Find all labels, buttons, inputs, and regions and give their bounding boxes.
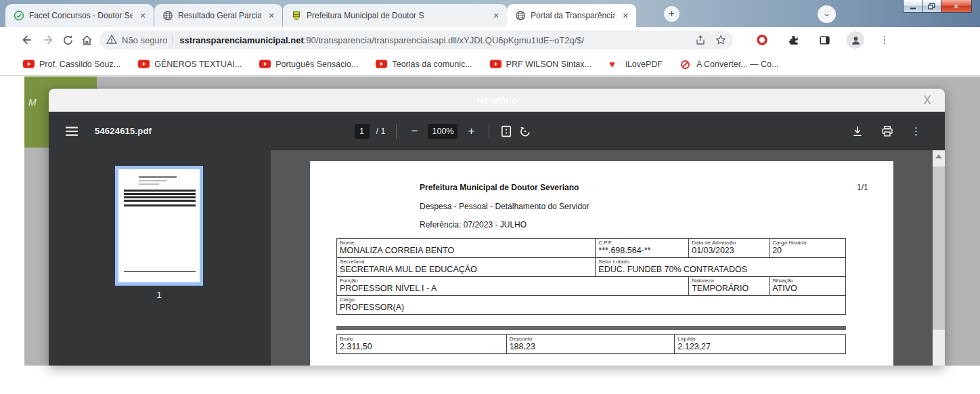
bookmarks-bar: Prof. Cassildo Souz... GÊNEROS TEXTUAI..… <box>0 53 980 76</box>
tab-close-icon[interactable]: ✕ <box>137 10 148 21</box>
fit-page-icon[interactable] <box>500 125 512 137</box>
tab-facet-concursos[interactable]: Facet Concursos - Doutor Severia ✕ <box>5 4 154 27</box>
document-viewport: Prefeitura Municipal de Doutor Severiano… <box>271 150 945 366</box>
bookmark-item[interactable]: Português Sensacio... <box>259 60 358 69</box>
field-carga-horaria: Carga Horária 20 <box>770 239 846 258</box>
tab-resultado-pdf[interactable]: Resultado Geral Parcial.pdf ✕ <box>154 4 282 27</box>
bookmark-item[interactable]: A Converter... — Co... <box>680 60 779 69</box>
table-row: Secretaria SECRETARIA MUL DE EDUCAÇÃO Se… <box>337 258 846 277</box>
zoom-in-button[interactable]: + <box>464 125 478 138</box>
doc-page-indicator: 1/1 <box>857 183 868 192</box>
bookmark-star-icon[interactable] <box>715 35 726 45</box>
document-page: Prefeitura Municipal de Doutor Severiano… <box>310 161 893 366</box>
close-window-button[interactable]: ✕ <box>941 0 972 13</box>
bookmark-item[interactable]: PRF WILSON Sintax... <box>490 60 592 69</box>
table-row: Cargo PROFESSOR(A) <box>337 296 846 315</box>
doc-title: Prefeitura Municipal de Doutor Severiano <box>420 183 579 192</box>
field-liquido: Líquido 2.123,27 <box>675 335 846 354</box>
thumbnail-pane: 1 <box>49 150 271 366</box>
back-icon[interactable] <box>20 32 35 47</box>
window-controls: ✕ <box>903 0 972 13</box>
field-desconto: Desconto 188,23 <box>506 335 675 354</box>
url-text[interactable]: sstransparenciamunicipal.net:90/transpar… <box>179 35 690 45</box>
extensions-puzzle-icon[interactable] <box>786 32 801 47</box>
tab-close-icon[interactable]: ✕ <box>266 10 277 21</box>
minimize-button[interactable] <box>903 0 922 13</box>
forward-icon[interactable] <box>41 32 55 47</box>
restore-button[interactable] <box>922 0 941 13</box>
address-bar[interactable]: Não seguro sstransparenciamunicipal.net:… <box>99 30 733 49</box>
double-rule-divider <box>336 326 846 330</box>
scroll-up-arrow-icon[interactable] <box>935 154 942 158</box>
tab-title: Resultado Geral Parcial.pdf <box>178 11 261 20</box>
download-icon[interactable] <box>851 125 864 137</box>
bookmark-item[interactable]: GÊNEROS TEXTUAI... <box>138 60 242 69</box>
table-row: Função PROFESSOR NÍVEL I - A Natureza TE… <box>337 277 846 296</box>
pdf-scrollbar[interactable] <box>933 150 945 366</box>
profile-avatar[interactable] <box>847 31 864 49</box>
modal-title: Relatório <box>49 94 945 106</box>
not-secure-warning-icon[interactable] <box>106 35 117 45</box>
tab-strip: Facet Concursos - Doutor Severia ✕ Resul… <box>0 0 980 27</box>
pdf-more-options-icon[interactable]: ⋮ <box>911 127 918 136</box>
zoom-level-input[interactable]: 100% <box>428 124 458 139</box>
tab-close-icon[interactable]: ✕ <box>491 10 502 21</box>
tab-close-icon[interactable]: ✕ <box>620 10 631 21</box>
crest-icon <box>291 10 302 21</box>
toolbar-divider <box>489 124 489 139</box>
tab-title: Facet Concursos - Doutor Severia <box>29 11 133 20</box>
totals-table: Bruto 2.311,50 Desconto 188,23 Líquido 2… <box>336 334 846 354</box>
adblock-o-extension-icon[interactable] <box>755 32 770 47</box>
page-thumbnail[interactable] <box>115 166 203 286</box>
field-cargo: Cargo PROFESSOR(A) <box>337 296 846 315</box>
share-icon[interactable] <box>695 35 706 45</box>
zoom-out-button[interactable]: − <box>408 125 422 138</box>
new-tab-button[interactable]: + <box>664 6 680 22</box>
rotate-icon[interactable] <box>519 125 531 137</box>
pdf-body: 1 Prefeitura Municipal de Doutor Severia… <box>49 150 945 366</box>
side-panel-icon[interactable] <box>817 32 832 47</box>
report-modal: Relatório X 54624615.pdf 1 / 1 − 100% + <box>49 89 945 366</box>
tab-title: Portal da Transparência <box>531 11 615 20</box>
field-bruto: Bruto 2.311,50 <box>337 335 507 354</box>
pdf-menu-icon[interactable] <box>65 126 79 137</box>
home-icon[interactable] <box>79 32 94 47</box>
bookmark-item[interactable]: Teorias da comunic... <box>376 60 472 69</box>
youtube-icon <box>259 60 271 68</box>
doc-subtitle: Despesa - Pessoal - Detalhamento do Serv… <box>420 202 589 211</box>
pdf-filename: 54624615.pdf <box>95 126 152 136</box>
reload-icon[interactable] <box>60 32 75 47</box>
converter-block-icon <box>680 60 692 68</box>
field-cpf: C.P.F. ***.698.564-** <box>596 239 689 258</box>
pdf-toolbar: 54624615.pdf 1 / 1 − 100% + <box>49 112 945 150</box>
tab-prefeitura[interactable]: Prefeitura Municipal de Doutor S ✕ <box>283 4 507 27</box>
toolbar-divider <box>397 124 397 139</box>
browser-toolbar: Não seguro sstransparenciamunicipal.net:… <box>0 27 980 53</box>
globe-icon <box>162 10 173 21</box>
browser-window: Facet Concursos - Doutor Severia ✕ Resul… <box>0 0 980 394</box>
tab-portal-transparencia[interactable]: Portal da Transparência ✕ <box>507 4 636 27</box>
servant-detail-table: Nome MONALIZA CORREIA BENTO C.P.F. ***.6… <box>336 238 846 315</box>
print-icon[interactable] <box>881 125 893 137</box>
security-label[interactable]: Não seguro <box>122 35 167 45</box>
modal-header: Relatório X <box>49 89 945 112</box>
omnibox-divider <box>173 35 173 45</box>
scrollbar-thumb[interactable] <box>933 167 945 330</box>
browser-menu-icon[interactable]: ⋮ <box>878 32 891 47</box>
bookmark-item[interactable]: ♥ iLovePDF <box>609 60 663 69</box>
thumbnail-page-number: 1 <box>115 290 203 300</box>
bookmark-item[interactable]: Prof. Cassildo Souz... <box>23 60 120 69</box>
doc-reference: Referência: 07/2023 - JULHO <box>420 220 527 229</box>
table-row: Nome MONALIZA CORREIA BENTO C.P.F. ***.6… <box>337 239 846 258</box>
heart-icon: ♥ <box>609 60 621 68</box>
field-admissao: Data de Admissão 01/03/2023 <box>689 239 770 258</box>
youtube-icon <box>376 60 387 68</box>
check-badge-icon <box>14 10 24 21</box>
page-number-input[interactable]: 1 <box>355 124 370 139</box>
table-row: Bruto 2.311,50 Desconto 188,23 Líquido 2… <box>337 335 846 354</box>
field-natureza: Natureza TEMPORÁRIO <box>689 277 770 296</box>
modal-close-icon[interactable]: X <box>919 92 935 108</box>
tab-title: Prefeitura Municipal de Doutor S <box>307 11 486 20</box>
page-count-label: / 1 <box>376 127 386 136</box>
tab-search-button[interactable]: ⌄ <box>818 5 836 23</box>
